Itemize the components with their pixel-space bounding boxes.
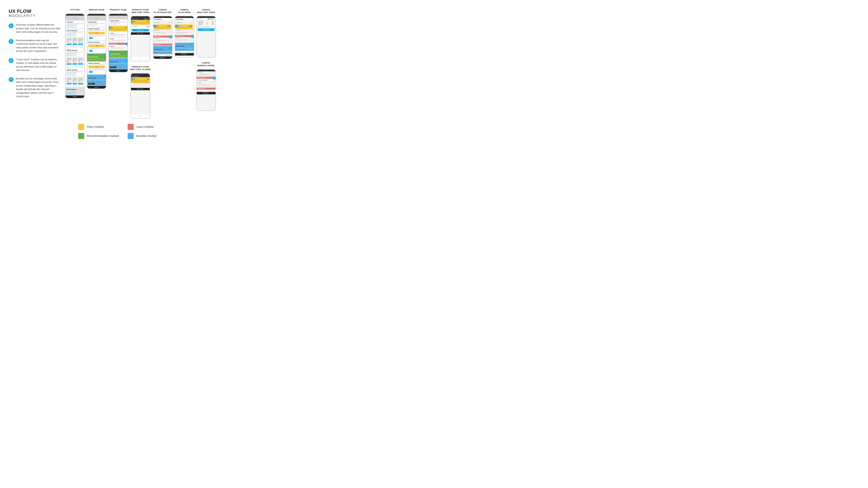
product-intro-image [109, 15, 128, 19]
cpo-config-module-2: CONFIGURATION MODULE [175, 39, 194, 42]
service-help-choose-wrapper: HELP ME CHOOSE 2 [87, 53, 106, 62]
phone-screen-pmo: CTA (# NEEDED)MINI CART ∨ PLAN✦XX [131, 18, 150, 57]
cba-config-module: CONFIGURATION MODULE [197, 73, 215, 77]
svg-line-3 [95, 18, 98, 19]
cps-learn-more-2: LEARN MORE CTA → [153, 43, 172, 45]
legend-item-plans: Plans module [78, 124, 119, 130]
att-service-headline: SERVICE HEADLINE EXPLORE CTA → [65, 29, 84, 37]
bullet-text-4: Bundles can be messages across both lear… [16, 77, 61, 98]
phone-notch-cba [197, 70, 215, 71]
att-intro-text: AT&T INTRO CTA (# NEEDED) → [65, 21, 84, 29]
phone-mockup-att: AT&T INTRO CTA (# NEEDED) → SERVICE HEAD… [65, 13, 85, 98]
service-help-choose: HELP ME CHOOSE [87, 54, 106, 61]
att-cards-row: TITLE CTA TITLE CTA [65, 37, 84, 46]
column-config-minicart: CONFIGMINI CART OPEN LINE ITEM MINI CART… [196, 9, 216, 111]
legend-swatch-bundles [128, 133, 134, 139]
column-config-plan-selected: CONFIGPLAN SELECTED Cart Builder SERVICE… [153, 9, 173, 59]
att-cards-row2: TITLE CTA TITLE CTA [65, 57, 84, 65]
att-footer: Footer [65, 95, 84, 98]
right-panel: ATT.COM AT&T INTRO CTA (# NE [65, 9, 304, 139]
col-header-service: SERVICE PAGE [89, 9, 104, 11]
cps-config-module-1: CONFIGURATION MODULE [153, 31, 172, 36]
cba-learn-wrapper: LEARN MORE CTA → 3 [197, 77, 215, 79]
cba-mini-cart-bar: MINI CART ∧ [197, 92, 215, 94]
pmo-cart-bar-top: CTA (# NEEDED)MINI CART ∨ [131, 18, 150, 20]
legend-label-bundles: Bundles module [136, 134, 156, 137]
product-learn-wrapper: LEARN MORE CTA → 3 [109, 43, 128, 45]
cba-step-title: STEP TITLE Step 1 of 1 [197, 71, 215, 73]
legend-item-bundles: Bundles module [128, 133, 156, 139]
column-product-minicart: PRODUCT PAGEMINI CART OPEN CTA (# NEEDED… [130, 9, 151, 119]
cpo-step-title-2: STEP TITLE Step 1 of 1 [175, 37, 194, 39]
cpo-service-dropdown: SERVICE 1 ∧ [176, 21, 193, 24]
pmo-plans: PLAN✦XX [131, 20, 150, 25]
cpo-plans-wrapper: PLAN✦XX 1 [175, 24, 194, 30]
column-product: PRODUCT PAGE PRODUCT INTRO CTA (# NEEDED… [108, 9, 128, 72]
phone-mockup-service: SERVICE INTRO CTA (# NEEDED) → PRODUCT H… [87, 13, 106, 89]
badge-4-service: 4 [104, 75, 106, 78]
cpo-step-title-1: STEP TITLE Step 1 of 1 [175, 30, 194, 31]
phone-notch-cps [153, 16, 172, 18]
service-intro-image [87, 15, 106, 21]
product-plans-wrapper: PLAN✦XX 1 [109, 26, 128, 31]
service-intro-text: SERVICE INTRO CTA (# NEEDED) → [87, 21, 106, 27]
cba-config-module-2: CONFIGURATION MODULE [197, 84, 215, 88]
cps-mini-cart-bar: MINI CART ∨ [153, 56, 172, 59]
col-header-product: PRODUCT PAGE [110, 9, 127, 11]
service-product-headline3: PRODUCT HEADLINE ✦XX CTA [87, 62, 106, 74]
pmc-feature [131, 84, 150, 87]
phone-screen-product: PRODUCT INTRO CTA (# NEEDED) → PLAN✦XX [109, 15, 128, 72]
att-service-headline2: SERVICE SERVICE HEADLINE EXPLORE CTA → [65, 48, 84, 57]
cmo-spacer [197, 31, 215, 33]
bullet-circle-1: 1 [9, 24, 13, 28]
cps-learn-more: LEARN MORE CTA → [153, 36, 172, 37]
phone-att: AT&T INTRO CTA (# NEEDED) → SERVICE HEAD… [65, 13, 85, 98]
product-learn-more: LEARN MORE CTA → [109, 43, 128, 45]
legend-col1: Plans module Recommendation module [78, 124, 119, 139]
pmo-plans-wrapper: PLAN✦XX 1 [131, 20, 150, 25]
cps-bundle-offer: BUNDLE OFFER COMPRA CTA → [153, 46, 172, 54]
legend-swatch-recommendation [78, 133, 84, 139]
badge-3-product: 3 [126, 42, 128, 45]
legend-col2: Learn module Bundles module [128, 124, 156, 139]
svg-rect-4 [117, 17, 119, 18]
service-product-headline: PRODUCT HEADLINE ✦XX CTA [87, 27, 106, 40]
col-header-product-minicart-open: PRODUCT PAGEMINI CART OPEN [131, 9, 149, 14]
cps-config-module-2: CONFIGURATION MODULE [153, 39, 172, 43]
phone-product-minicart-open: CTA (# NEEDED)MINI CART ∨ PLAN✦XX [131, 16, 150, 61]
bullet-list: 1 Summary of plans offered within the pr… [9, 23, 61, 98]
pmo-continue-cta: CONTINUE CTA [132, 29, 149, 31]
phone-mockup-product-minicart-closed: CTA (# NEEDED)∨ PLAN✦XX [131, 73, 150, 119]
cmo-checkout-btn: CHECKOUT CTA [198, 28, 215, 31]
cps-plans-wrapper: PLAN✦XX 1 [153, 24, 172, 30]
phone-notch [65, 14, 84, 15]
left-panel: UX FLOW MODULARITY 1 Summary of plans of… [9, 9, 65, 139]
column-service: SERVICE PAGE SERVICE INTRO CTA (# NEEDED… [87, 9, 106, 89]
att-difference: SERVICE AT&T DIFFERENCE COMPRA CTA → [65, 87, 84, 95]
phone-notch-pmo [131, 16, 150, 18]
bullet-circle-4: 4 [9, 77, 13, 82]
phone-screen-cpo: Cart Builder SERVICE 1 ∧ PLAN✦XX [175, 18, 194, 57]
product-bundle-wrapper: BUNDLE OFFER COMPRA CTA → 4 [109, 58, 128, 69]
cmo-plan-rows: PLAN NAME$XX LINE ITEM(EDIT)$XX LINE ITE… [197, 21, 215, 26]
badge-3-cpo: 3 [191, 35, 194, 38]
phone-notch-service [87, 14, 106, 15]
cps-cart-builder-title: Cart Builder [153, 18, 172, 21]
phone-screen-cps: Cart Builder SERVICE 1 ∧ PLAN✦XX [153, 18, 172, 59]
cpo-config-module-1: CONFIGURATION MODULE [175, 31, 194, 35]
cpo-mini-cart-bar: MINI CART ∧ [175, 53, 194, 56]
phone-product: PRODUCT INTRO CTA (# NEEDED) → PLAN✦XX [108, 13, 128, 72]
att-dots: • • • [65, 46, 84, 47]
att-dots3: • • • [65, 85, 84, 87]
product-bundle-offer: BUNDLE OFFER COMPRA CTA → [109, 58, 128, 69]
legend-label-recommendation: Recommendation module [87, 134, 119, 137]
product-help-wrapper: HELP ME CHOOSE 2 [109, 50, 128, 58]
page-container: UX FLOW MODULARITY 1 Summary of plans of… [0, 0, 312, 148]
bullet-item-3: 3 "Learn more" modules can be drawers, m… [9, 58, 61, 72]
phone-notch-pmc [131, 73, 150, 75]
cps-bundle-wrapper: BUNDLE OFFER COMPRA CTA → 4 [153, 46, 172, 54]
badge-2-service: 2 [104, 54, 106, 57]
phone-screen-service: SERVICE INTRO CTA (# NEEDED) → PRODUCT H… [87, 15, 106, 89]
phone-home-btn-pmo [139, 58, 142, 60]
cps-service-dropdown: SERVICE 1 ∧ [154, 21, 171, 24]
